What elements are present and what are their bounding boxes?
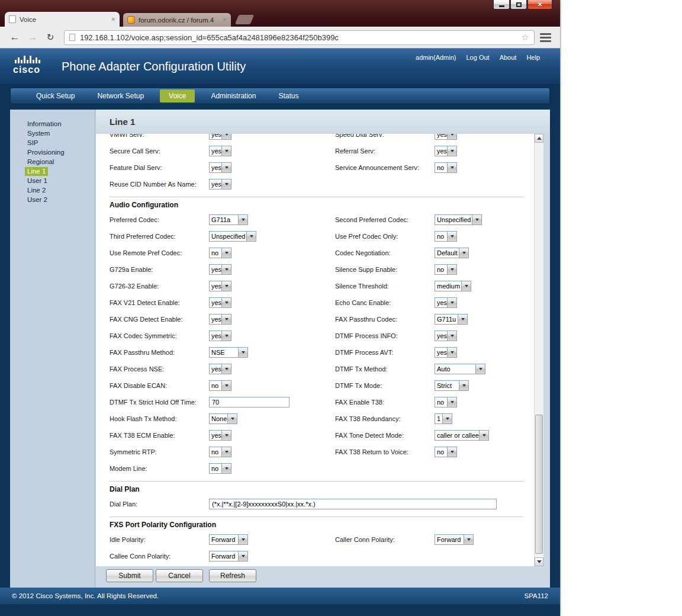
callee-conn-polarity-select[interactable]: Forward bbox=[209, 551, 248, 562]
field-label-vmwi-serv: VMWI Serv: bbox=[110, 134, 209, 138]
fax-t38-return-to-voice-select[interactable]: no bbox=[435, 447, 457, 457]
dial-plan-input[interactable] bbox=[209, 499, 497, 509]
sidebar-item-user-1[interactable]: User 1 bbox=[25, 177, 50, 185]
fax-passthru-method-select[interactable]: NSE bbox=[209, 347, 248, 358]
use-pref-codec-only-select[interactable]: no bbox=[435, 231, 457, 242]
about-link[interactable]: About bbox=[500, 54, 517, 61]
silence-supp-enable-select[interactable]: no bbox=[435, 264, 457, 275]
sidebar-item-line-2[interactable]: Line 2 bbox=[25, 186, 48, 195]
reload-button[interactable]: ↻ bbox=[41, 32, 59, 43]
form-cell: Secure Call Serv:yes bbox=[110, 146, 335, 156]
close-button[interactable]: ✕ bbox=[527, 0, 552, 9]
fax-t38-redundancy-select[interactable]: 1 bbox=[435, 413, 452, 424]
sidebar-item-information[interactable]: Information bbox=[25, 120, 64, 129]
fax-enable-t38-select[interactable]: no bbox=[435, 397, 457, 408]
dropdown-arrow-icon bbox=[459, 381, 468, 390]
g726-32-enable-select[interactable]: yes bbox=[209, 281, 231, 291]
modem-line-select[interactable]: no bbox=[209, 463, 231, 474]
nav-item-voice[interactable]: Voice bbox=[160, 89, 195, 102]
dtmf-tx-strict-hold-off-time-input[interactable] bbox=[209, 397, 289, 408]
form-cell: FAX Passthru Codec:G711u bbox=[335, 314, 523, 325]
browser-menu-button[interactable] bbox=[540, 33, 554, 42]
preferred-codec-select[interactable]: G711a bbox=[209, 214, 248, 225]
form-row: FAX CNG Detect Enable:yesFAX Passthru Co… bbox=[110, 311, 523, 328]
fax-disable-ecan-select[interactable]: no bbox=[209, 380, 231, 391]
sidebar-item-line-1[interactable]: Line 1 bbox=[25, 167, 48, 176]
sidebar-item-regional[interactable]: Regional bbox=[25, 158, 56, 166]
codec-negotiation-select[interactable]: Default bbox=[435, 248, 469, 258]
idle-polarity-select[interactable]: Forward bbox=[209, 534, 248, 545]
tab-voice[interactable]: Voice × bbox=[5, 12, 120, 27]
dtmf-process-avt-select[interactable]: yes bbox=[435, 347, 457, 358]
form-row: Hook Flash Tx Method:NoneFAX T38 Redunda… bbox=[110, 410, 523, 427]
address-bar[interactable]: 192.168.1.102/voice.asp;session_id=655ca… bbox=[64, 30, 535, 45]
maximize-button[interactable] bbox=[510, 0, 527, 9]
submit-button[interactable]: Submit bbox=[106, 569, 153, 582]
use-remote-pref-codec-select[interactable]: no bbox=[209, 248, 231, 258]
tab-close-icon[interactable]: × bbox=[111, 17, 115, 23]
sidebar-item-system[interactable]: System bbox=[25, 129, 52, 138]
bookmark-star-icon[interactable]: ☆ bbox=[522, 32, 529, 43]
speed-dial-serv-select[interactable]: yes bbox=[435, 134, 457, 140]
fax-passthru-codec-select[interactable]: G711u bbox=[435, 314, 468, 325]
sidebar-item-user-2[interactable]: User 2 bbox=[25, 195, 50, 204]
nav-item-administration[interactable]: Administration bbox=[200, 88, 267, 104]
referral-serv-select[interactable]: yes bbox=[435, 146, 457, 156]
fax-t38-ecm-enable-select[interactable]: yes bbox=[209, 430, 231, 441]
field-label-dtmf-process-avt: DTMF Process AVT: bbox=[335, 349, 435, 356]
select-value: Unspecified bbox=[210, 232, 246, 241]
scroll-up-icon[interactable] bbox=[535, 134, 543, 143]
form-cell: VMWI Serv:yes bbox=[110, 134, 335, 140]
nav-item-network-setup[interactable]: Network Setup bbox=[86, 88, 155, 104]
dropdown-arrow-icon bbox=[461, 281, 471, 291]
dropdown-arrow-icon bbox=[221, 248, 231, 258]
third-preferred-codec-select[interactable]: Unspecified bbox=[209, 231, 256, 242]
scrollbar[interactable] bbox=[534, 134, 543, 566]
sidebar-item-provisioning[interactable]: Provisioning bbox=[25, 148, 67, 157]
refresh-button[interactable]: Refresh bbox=[209, 569, 256, 582]
g729a-enable-select[interactable]: yes bbox=[209, 264, 231, 275]
vmwi-serv-select[interactable]: yes bbox=[209, 134, 231, 140]
select-value: yes bbox=[210, 281, 221, 291]
symmetric-rtp-select[interactable]: no bbox=[209, 447, 231, 457]
nav-item-quick-setup[interactable]: Quick Setup bbox=[25, 88, 86, 104]
silence-threshold-select[interactable]: medium bbox=[435, 281, 471, 291]
dtmf-process-info-select[interactable]: yes bbox=[435, 331, 457, 341]
select-value: yes bbox=[210, 431, 221, 440]
tab-forum-odorik[interactable]: forum.odorik.cz / forum.4 × bbox=[123, 13, 231, 27]
help-link[interactable]: Help bbox=[526, 54, 540, 61]
scroll-down-icon[interactable] bbox=[535, 557, 543, 566]
sidebar-item-sip[interactable]: SIP bbox=[25, 139, 41, 147]
dtmf-tx-method-select[interactable]: Auto bbox=[435, 364, 485, 374]
fax-v21-detect-enable-select[interactable]: yes bbox=[209, 297, 231, 308]
form-row: FAX Codec Symmetric:yesDTMF Process INFO… bbox=[110, 328, 523, 344]
fax-cng-detect-enable-select[interactable]: yes bbox=[209, 314, 231, 325]
forward-button[interactable]: → bbox=[24, 31, 41, 43]
field-label-g726-32-enable: G726-32 Enable: bbox=[110, 283, 209, 290]
tab-close-icon[interactable]: × bbox=[222, 17, 227, 23]
field-label-fax-v21-detect-enable: FAX V21 Detect Enable: bbox=[110, 299, 209, 306]
hook-flash-tx-method-select[interactable]: None bbox=[209, 413, 237, 424]
reuse-cid-number-as-name-select[interactable]: yes bbox=[209, 179, 231, 190]
fax-tone-detect-mode-select[interactable]: caller or callee bbox=[435, 430, 489, 441]
fax-codec-symmetric-select[interactable]: yes bbox=[209, 331, 231, 341]
second-preferred-codec-select[interactable]: Unspecified bbox=[435, 214, 482, 225]
nav-item-status[interactable]: Status bbox=[267, 88, 310, 104]
dtmf-tx-mode-select[interactable]: Strict bbox=[435, 380, 469, 391]
echo-canc-enable-select[interactable]: yes bbox=[435, 297, 457, 308]
service-announcement-serv-select[interactable]: no bbox=[435, 162, 457, 173]
feature-dial-serv-select[interactable]: yes bbox=[209, 162, 231, 173]
back-button[interactable]: ← bbox=[6, 31, 24, 43]
caller-conn-polarity-select[interactable]: Forward bbox=[435, 534, 474, 545]
fax-process-nse-select[interactable]: yes bbox=[209, 364, 231, 374]
scrollbar-thumb[interactable] bbox=[535, 415, 543, 554]
minimize-button[interactable] bbox=[493, 0, 510, 9]
secure-call-serv-select[interactable]: yes bbox=[209, 146, 231, 156]
logout-link[interactable]: Log Out bbox=[466, 54, 489, 61]
form-row: FAX T38 ECM Enable:yesFAX Tone Detect Mo… bbox=[110, 427, 523, 444]
dropdown-arrow-icon bbox=[447, 298, 456, 307]
new-tab-button[interactable] bbox=[235, 15, 254, 24]
form-cell: Codec Negotiation:Default bbox=[335, 248, 523, 258]
cancel-button[interactable]: Cancel bbox=[156, 569, 203, 582]
cisco-logo: cisco bbox=[13, 55, 40, 75]
